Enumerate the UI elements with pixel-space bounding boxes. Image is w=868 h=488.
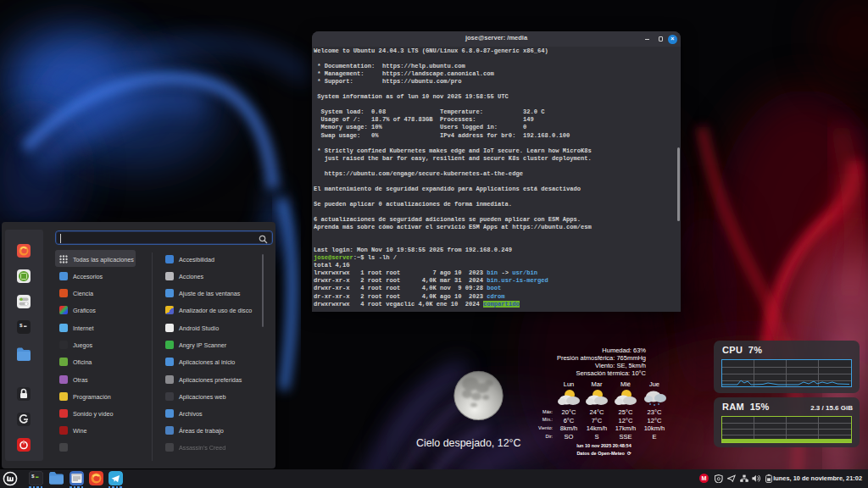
svg-text:$: $ — [19, 323, 23, 329]
svg-text:M: M — [702, 475, 707, 481]
svg-text:$: $ — [31, 474, 35, 480]
